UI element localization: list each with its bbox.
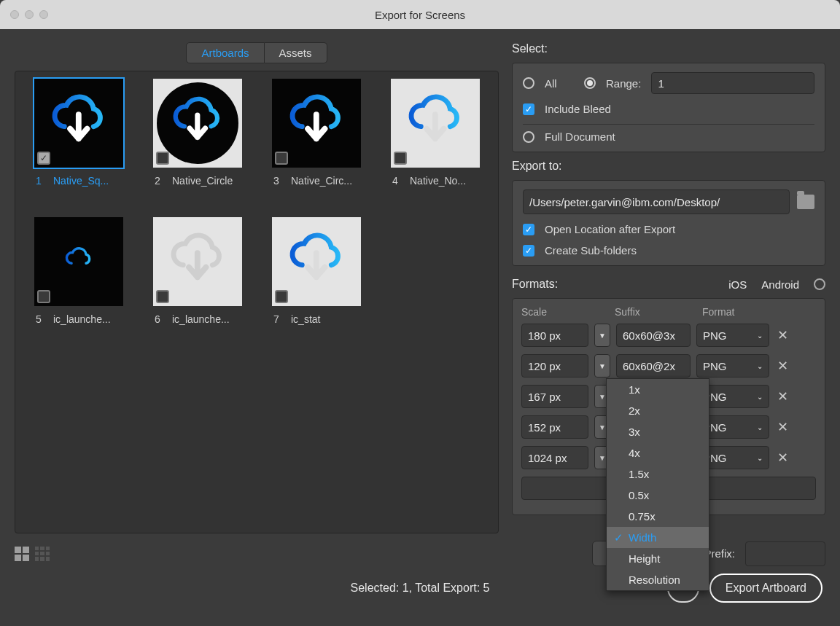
range-input[interactable] (651, 72, 814, 94)
formats-heading: Formats: (512, 278, 558, 291)
prefix-input[interactable] (745, 541, 825, 566)
artboard-thumb[interactable]: 5ic_launche... (23, 217, 134, 348)
window-titlebar: Export for Screens (0, 0, 840, 29)
label-range: Range: (606, 77, 641, 90)
close-window[interactable] (10, 10, 19, 19)
suffix-input[interactable] (616, 354, 691, 377)
artboard-thumb[interactable]: 2Native_Circle (141, 79, 253, 210)
select-panel: All Range: ✓ Include Bleed Full Document (512, 63, 825, 152)
artboard-label: 4Native_No... (379, 175, 491, 187)
label-full-document: Full Document (545, 130, 615, 143)
dropdown-option[interactable]: 0.75x (607, 506, 709, 527)
scale-dropdown-button[interactable]: ▼ (594, 354, 610, 377)
export-artboard-button[interactable]: Export Artboard (709, 574, 822, 603)
label-sub-folders: Create Sub-folders (545, 244, 637, 257)
artboard-thumb[interactable]: 3Native_Circ... (260, 79, 372, 210)
radio-full-document[interactable] (523, 131, 534, 143)
artboard-label: 1Native_Sq... (23, 175, 134, 187)
dropdown-option[interactable]: 1x (607, 379, 709, 400)
scale-input[interactable] (521, 354, 588, 377)
window-title: Export for Screens (375, 9, 465, 21)
artboard-label: 6ic_launche... (141, 313, 253, 325)
artboard-preview[interactable] (272, 79, 361, 168)
folder-icon[interactable] (797, 195, 814, 209)
artboard-thumb[interactable]: ✓ 1Native_Sq... (23, 79, 134, 210)
checkbox-sub-folders[interactable]: ✓ (523, 245, 534, 257)
label-open-location: Open Location after Export (545, 223, 675, 235)
format-select[interactable]: PNG⌄ (696, 324, 769, 347)
link-android[interactable]: Android (761, 278, 799, 291)
dropdown-option[interactable]: Height (607, 548, 709, 569)
artboard-preview[interactable]: ✓ (34, 79, 123, 168)
dropdown-option[interactable]: 3x (607, 421, 709, 442)
artboard-checkbox[interactable] (156, 152, 169, 165)
dropdown-option[interactable]: Resolution (607, 569, 709, 590)
label-include-bleed: Include Bleed (545, 103, 611, 115)
scale-input[interactable] (521, 324, 588, 347)
artboard-preview[interactable] (272, 217, 361, 306)
format-row: ▼ PNG⌄ ✕1x2x3x4x1.5x0.5x0.75xWidthHeight… (521, 354, 816, 377)
artboard-preview[interactable] (153, 217, 242, 306)
tab-artboards[interactable]: Artboards (186, 42, 264, 63)
remove-row-button[interactable]: ✕ (775, 419, 790, 435)
artboard-label: 7ic_stat (260, 313, 372, 325)
suffix-input[interactable] (616, 324, 691, 347)
exportto-panel: ✓ Open Location after Export ✓ Create Su… (512, 180, 825, 266)
scale-input[interactable] (521, 415, 588, 439)
artboard-checkbox[interactable] (156, 290, 169, 303)
scale-dropdown-menu[interactable]: 1x2x3x4x1.5x0.5x0.75xWidthHeightResoluti… (606, 378, 709, 591)
remove-row-button[interactable]: ✕ (775, 358, 790, 374)
format-row: ▼ PNG⌄ ✕ (521, 324, 816, 347)
radio-range[interactable] (584, 77, 596, 89)
artboard-thumb[interactable]: 7ic_stat (260, 217, 372, 348)
artboard-label: 2Native_Circle (141, 175, 253, 187)
radio-all[interactable] (523, 77, 534, 89)
scale-input[interactable] (521, 385, 588, 408)
remove-row-button[interactable]: ✕ (775, 327, 790, 343)
remove-row-button[interactable]: ✕ (775, 388, 790, 404)
selection-status: Selected: 1, Total Export: 5 (351, 582, 490, 595)
export-path-input[interactable] (523, 189, 790, 214)
dropdown-option[interactable]: 4x (607, 442, 709, 463)
artboard-preview[interactable] (153, 79, 242, 168)
artboard-thumb[interactable]: 4Native_No... (379, 79, 491, 210)
label-all: All (545, 77, 574, 90)
dropdown-option[interactable]: 2x (607, 400, 709, 421)
col-format: Format (702, 306, 782, 318)
formats-panel: Scale Suffix Format ▼ PNG⌄ ✕ ▼ PNG⌄ ✕1x2… (512, 298, 825, 515)
source-tabs: Artboards Assets (15, 42, 499, 63)
grid-small-icon[interactable] (35, 547, 50, 561)
artboard-checkbox[interactable] (394, 152, 407, 165)
dropdown-option[interactable]: Width (607, 527, 709, 548)
artboard-preview[interactable] (34, 217, 123, 306)
checkbox-include-bleed[interactable]: ✓ (523, 103, 534, 115)
scale-input[interactable] (521, 446, 588, 469)
artboard-preview[interactable] (391, 79, 480, 168)
artboard-thumb[interactable]: 6ic_launche... (141, 217, 253, 348)
link-ios[interactable]: iOS (728, 278, 747, 291)
dropdown-option[interactable]: 0.5x (607, 485, 709, 506)
col-scale: Scale (521, 306, 615, 318)
scale-dropdown-button[interactable]: ▼ (594, 324, 610, 347)
artboard-label: 5ic_launche... (23, 313, 134, 325)
select-heading: Select: (512, 42, 825, 55)
gear-icon[interactable] (814, 278, 825, 290)
remove-row-button[interactable]: ✕ (775, 450, 790, 466)
window-controls (10, 10, 48, 19)
checkbox-open-location[interactable]: ✓ (523, 224, 534, 235)
dropdown-option[interactable]: 1.5x (607, 463, 709, 485)
artboard-checkbox[interactable] (37, 290, 50, 303)
grid-large-icon[interactable] (15, 547, 29, 561)
view-toggle (15, 547, 50, 561)
minimize-window[interactable] (25, 10, 34, 19)
artboard-checkbox[interactable]: ✓ (37, 152, 50, 165)
tab-assets[interactable]: Assets (265, 42, 327, 63)
col-suffix: Suffix (615, 306, 702, 318)
artboard-label: 3Native_Circ... (260, 175, 372, 187)
format-select[interactable]: PNG⌄ (696, 354, 769, 377)
artboard-checkbox[interactable] (275, 290, 288, 303)
artboard-checkbox[interactable] (275, 152, 288, 165)
exportto-heading: Export to: (512, 160, 825, 173)
artboard-grid[interactable]: ✓ 1Native_Sq... 2Native_Circle 3Native_C… (15, 71, 499, 533)
zoom-window[interactable] (39, 10, 48, 19)
